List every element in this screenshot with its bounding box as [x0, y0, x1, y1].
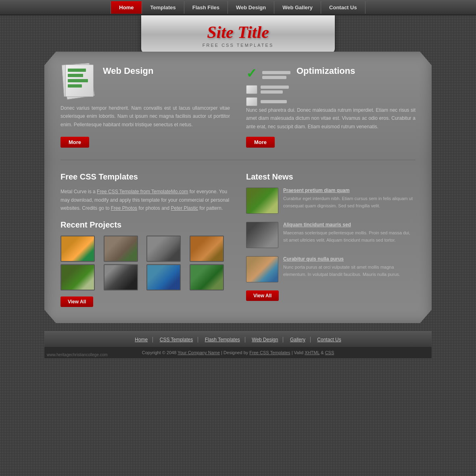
nav-home[interactable]: Home	[111, 1, 142, 14]
project-thumb-1[interactable]	[61, 236, 95, 262]
thumb-water-img	[147, 265, 180, 290]
more-button-left[interactable]: More	[61, 137, 89, 148]
bottom-left: Free CSS Templates Metal Curve is a Free…	[61, 172, 230, 307]
green-line-1	[68, 69, 86, 72]
optimizations-icon	[246, 64, 290, 100]
outer-wrapper: Site Title FREE CSS TEMPLATES	[44, 15, 432, 358]
free-photos-link[interactable]: Free Photos	[111, 205, 137, 211]
nav-web-design[interactable]: Web Design	[228, 1, 274, 14]
features-section: Web Design Donec varius tempor hendrerit…	[61, 64, 415, 160]
news-title-2[interactable]: Aliquam tincidunt mauris sed	[283, 222, 415, 228]
news-text-2: Maecenas scelerisque pellentesque mollis…	[283, 230, 415, 244]
nav-templates[interactable]: Templates	[142, 1, 184, 14]
header-area: Site Title FREE CSS TEMPLATES	[44, 15, 432, 53]
news-title-1[interactable]: Praesent pretium diam quam	[283, 188, 415, 193]
project-thumb-7[interactable]	[146, 264, 181, 290]
footer-url: www.heritagechristiancollege.com	[44, 351, 110, 358]
feature-web-design: Web Design Donec varius tempor hendrerit…	[61, 64, 230, 148]
footer-link-gallery[interactable]: Gallery	[285, 337, 311, 342]
thumb-cat-img	[147, 236, 180, 261]
main-content: Web Design Donec varius tempor hendrerit…	[44, 52, 432, 323]
designed-link[interactable]: Free CSS Templates	[249, 350, 290, 355]
xhtml-link[interactable]: XHTML	[305, 350, 319, 355]
webdesign-icon	[61, 64, 97, 98]
valid-text: | Valid	[292, 350, 304, 355]
nav-contact-us[interactable]: Contact Us	[321, 1, 365, 14]
bottom-section: Free CSS Templates Metal Curve is a Free…	[61, 172, 415, 307]
copyright-text: Copyright © 2048	[142, 350, 177, 355]
and-text: &	[321, 350, 324, 355]
green-line-3	[68, 79, 88, 82]
feature-body-webdesign: Donec varius tempor hendrerit. Nam conva…	[61, 104, 230, 131]
news-content-2: Aliquam tincidunt mauris sed Maecenas sc…	[283, 222, 415, 248]
footer-link-flash[interactable]: Flash Templates	[200, 337, 245, 342]
free-css-text: Metal Curve is a Free CSS Template from …	[61, 188, 230, 212]
free-css-text-3: for photos and	[138, 205, 169, 211]
site-subtitle: FREE CSS TEMPLATES	[149, 43, 327, 48]
nav-web-gallery[interactable]: Web Gallery	[274, 1, 321, 14]
optim-line-2	[262, 76, 286, 79]
project-thumb-8[interactable]	[190, 264, 224, 290]
logo-box: Site Title FREE CSS TEMPLATES	[141, 15, 335, 53]
news-text-1: Curabitur eget interdum nibh. Etiam curs…	[283, 195, 415, 209]
view-all-projects-button[interactable]: View All	[61, 296, 93, 307]
feature-header-left: Web Design	[61, 64, 230, 98]
peter-plastic-link[interactable]: Peter Plastic	[171, 205, 198, 211]
latest-news-title: Latest News	[246, 172, 415, 182]
check-row-1	[246, 68, 290, 82]
optim-line-3	[261, 86, 289, 89]
footer-link-contact[interactable]: Contact Us	[312, 337, 346, 342]
free-css-link-1[interactable]: Free CSS Template from TemplateMo.com	[97, 189, 188, 194]
recent-projects-title: Recent Projects	[61, 220, 230, 230]
designed-by-label: Designed by	[223, 350, 248, 355]
checkbox-unchecked	[246, 85, 257, 94]
green-lines-icon	[68, 69, 88, 90]
feature-optimizations: Optimizations Nunc sed pharetra dui. Don…	[246, 64, 415, 148]
news-item-3: Curabitur quis nulla purus Nunc porta pu…	[246, 256, 415, 282]
free-css-text-4: for pattern.	[199, 205, 223, 211]
big-checkmark-icon	[246, 68, 259, 82]
footer-nav: Home CSS Templates Flash Templates Web D…	[44, 331, 432, 347]
view-all-news-button[interactable]: View All	[246, 290, 279, 301]
news-content-1: Praesent pretium diam quam Curabitur ege…	[283, 188, 415, 214]
feature-content-right: Optimizations	[296, 64, 415, 79]
project-thumb-2[interactable]	[104, 236, 138, 262]
top-navigation: Home Templates Flash Files Web Design We…	[0, 0, 476, 15]
check-row-2	[246, 85, 290, 94]
project-grid	[61, 236, 230, 290]
optim-lines-group	[262, 71, 290, 79]
footer-link-webdesign[interactable]: Web Design	[247, 337, 283, 342]
thumb-leaf-img	[190, 236, 223, 261]
thumb-goldfish-img	[61, 236, 94, 261]
green-line-4	[68, 84, 82, 88]
project-thumb-5[interactable]	[61, 264, 95, 290]
check-row-3	[246, 97, 290, 106]
feature-body-optimizations: Nunc sed pharetra dui. Donec malesuada r…	[246, 106, 415, 131]
footer-link-css[interactable]: CSS Templates	[155, 337, 198, 342]
more-button-right[interactable]: More	[246, 137, 275, 148]
project-thumb-6[interactable]	[104, 264, 138, 290]
css-link[interactable]: CSS	[325, 350, 334, 355]
project-thumb-3[interactable]	[146, 236, 181, 262]
free-css-title: Free CSS Templates	[61, 172, 230, 182]
footer-link-home[interactable]: Home	[130, 337, 153, 342]
news-content-3: Curabitur quis nulla purus Nunc porta pu…	[283, 256, 415, 282]
bottom-right: Latest News Praesent pretium diam quam C…	[246, 172, 415, 307]
company-name-link[interactable]: Your Company Name	[177, 350, 220, 355]
optim-line-4	[261, 90, 283, 94]
feature-content-left: Web Design	[103, 64, 230, 79]
news-text-3: Nunc porta purus at orci vulputate sit a…	[283, 264, 415, 278]
thumb-trees-img	[61, 265, 94, 290]
feature-title-webdesign: Web Design	[103, 64, 230, 76]
news-title-3[interactable]: Curabitur quis nulla purus	[283, 256, 415, 262]
free-css-text-1: Metal Curve is a	[61, 189, 96, 194]
green-line-2	[68, 74, 83, 77]
project-thumb-4[interactable]	[190, 236, 224, 262]
site-title: Site Title	[149, 23, 327, 42]
thumb-silhouette-img	[104, 265, 137, 290]
feature-title-optimizations: Optimizations	[296, 64, 415, 76]
feature-header-right: Optimizations	[246, 64, 415, 100]
nav-flash-files[interactable]: Flash Files	[184, 1, 228, 14]
thumb-elephant-img	[104, 236, 137, 261]
news-thumb-3	[246, 256, 278, 282]
